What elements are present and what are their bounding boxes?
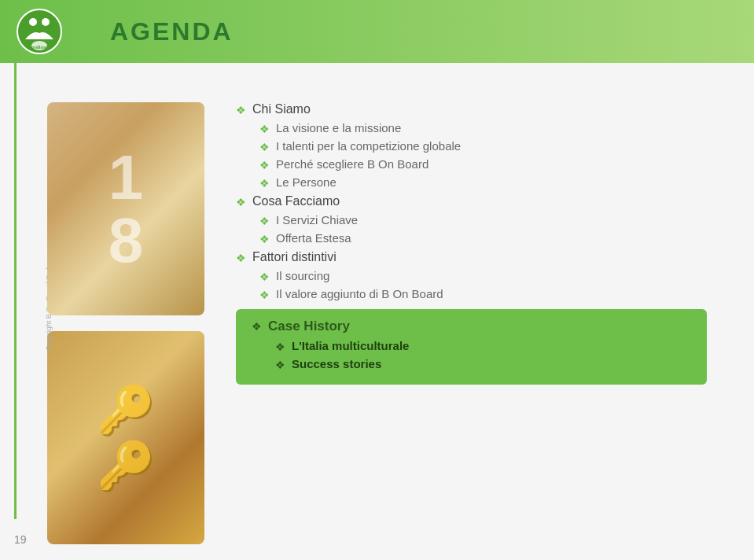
- menu-valore: ❖ Il valore aggiunto di B On Board: [259, 287, 707, 301]
- highlight-case-history: ❖ Case History ❖ L'Italia multiculturale…: [236, 309, 707, 385]
- diamond-icon: ❖: [259, 215, 270, 227]
- diamond-icon: ❖: [259, 123, 270, 135]
- diamond-icon: ❖: [259, 271, 270, 283]
- menu-chi-siamo: ❖ Chi Siamo: [236, 102, 707, 116]
- menu-column: ❖ Chi Siamo ❖ La visione e la missione ❖…: [236, 94, 707, 544]
- menu-fattori-text: Fattori distintivi: [252, 250, 337, 264]
- menu-valore-text: Il valore aggiunto di B On Board: [276, 287, 443, 300]
- menu-offerta: ❖ Offerta Estesa: [259, 231, 707, 245]
- svg-text:BonBoard: BonBoard: [28, 45, 51, 50]
- menu-italia: ❖ L'Italia multiculturale: [275, 339, 691, 353]
- page-number: 19: [14, 533, 27, 546]
- diamond-icon: ❖: [259, 289, 270, 301]
- svg-point-1: [29, 18, 37, 26]
- diamond-icon: ❖: [259, 141, 270, 153]
- menu-cosa-facciamo: ❖ Cosa Facciamo: [236, 194, 707, 208]
- menu-perche: ❖ Perché scegliere B On Board: [259, 157, 707, 171]
- diamond-icon: ❖: [236, 252, 246, 264]
- menu-persone-text: Le Persone: [276, 175, 337, 189]
- svg-point-2: [42, 18, 50, 26]
- logo-area: BonBoard: [16, 8, 94, 55]
- diamond-icon: ❖: [252, 320, 262, 333]
- header: BonBoard AGENDA: [0, 0, 754, 63]
- diamond-icon: ❖: [259, 233, 270, 245]
- menu-sourcing-text: Il sourcing: [276, 269, 329, 282]
- menu-case-history-text: Case History: [268, 319, 350, 334]
- diamond-icon: ❖: [275, 341, 285, 353]
- diamond-icon: ❖: [259, 177, 270, 190]
- calendar-decoration: 18: [109, 146, 144, 272]
- header-title: AGENDA: [110, 17, 234, 46]
- menu-offerta-text: Offerta Estesa: [276, 231, 351, 245]
- keys-image: 🔑🔑: [47, 331, 204, 544]
- diamond-icon: ❖: [236, 196, 246, 208]
- left-accent-bar: [14, 63, 17, 519]
- menu-fattori: ❖ Fattori distintivi: [236, 250, 707, 264]
- menu-talenti-text: I talenti per la competizione globale: [276, 139, 461, 153]
- diamond-icon: ❖: [275, 359, 285, 371]
- main-content: 18 🔑🔑 ❖ Chi Siamo ❖ La visione e la miss…: [0, 63, 754, 560]
- diamond-icon: ❖: [259, 159, 270, 171]
- menu-italia-text: L'Italia multiculturale: [292, 339, 409, 352]
- logo-icon: BonBoard: [16, 8, 63, 55]
- diamond-icon: ❖: [236, 104, 246, 116]
- calendar-image: 18: [47, 102, 204, 315]
- menu-visione: ❖ La visione e la missione: [259, 121, 707, 135]
- menu-visione-text: La visione e la missione: [276, 121, 401, 134]
- menu-talenti: ❖ I talenti per la competizione globale: [259, 139, 707, 153]
- menu-servizi-text: I Servizi Chiave: [276, 213, 358, 227]
- menu-success: ❖ Success stories: [275, 357, 691, 371]
- menu-sourcing: ❖ Il sourcing: [259, 269, 707, 283]
- menu-persone: ❖ Le Persone: [259, 175, 707, 190]
- images-column: 18 🔑🔑: [47, 102, 204, 544]
- menu-success-text: Success stories: [292, 357, 381, 370]
- menu-chi-siamo-text: Chi Siamo: [252, 102, 311, 116]
- keys-decoration: 🔑🔑: [97, 382, 156, 494]
- menu-servizi: ❖ I Servizi Chiave: [259, 213, 707, 227]
- menu-perche-text: Perché scegliere B On Board: [276, 157, 428, 171]
- menu-cosa-facciamo-text: Cosa Facciamo: [252, 194, 340, 208]
- menu-case-history: ❖ Case History: [252, 319, 691, 334]
